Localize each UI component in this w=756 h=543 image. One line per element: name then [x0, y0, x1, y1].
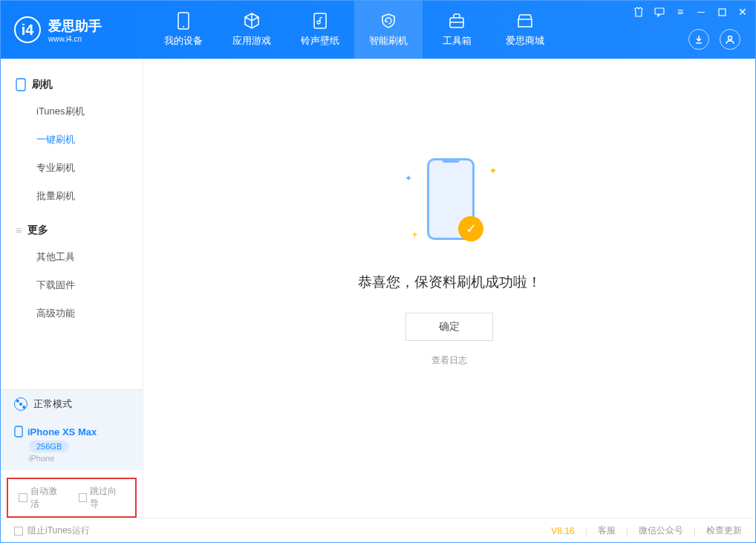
minimize-button[interactable]: ─ — [694, 5, 708, 19]
checkbox-icon — [79, 493, 88, 502]
device-type: iPhone — [29, 454, 129, 463]
checkbox-icon — [14, 527, 23, 536]
logo-area: i4 爱思助手 www.i4.cn — [1, 16, 149, 43]
tab-my-device[interactable]: 我的设备 — [149, 1, 218, 59]
mode-icon — [14, 397, 27, 411]
footer-link-support[interactable]: 客服 — [598, 524, 616, 537]
main-content: ✦ ✦ + ✓ 恭喜您，保资料刷机成功啦！ 确定 查看日志 — [143, 59, 755, 518]
svg-rect-8 — [16, 79, 25, 91]
device-icon — [16, 78, 26, 91]
tab-label: 智能刷机 — [369, 34, 408, 48]
shirt-icon[interactable] — [632, 5, 645, 19]
device-info-row[interactable]: iPhone XS Max 256GB iPhone — [1, 418, 143, 470]
ok-button[interactable]: 确定 — [405, 313, 493, 341]
footer-link-update[interactable]: 检查更新 — [706, 524, 742, 537]
refresh-shield-icon — [379, 12, 397, 30]
version-label: V8.16 — [551, 526, 574, 536]
footer-block-itunes[interactable]: 阻止iTunes运行 — [14, 524, 90, 537]
maximize-button[interactable] — [715, 5, 729, 19]
device-storage-badge: 256GB — [29, 440, 69, 452]
device-mode-label: 正常模式 — [33, 397, 72, 411]
phone-small-icon — [14, 426, 23, 438]
device-name: iPhone XS Max — [14, 426, 129, 438]
logo-icon: i4 — [14, 16, 41, 43]
svg-rect-9 — [15, 426, 22, 437]
svg-rect-6 — [719, 9, 726, 16]
sidebar: 刷机 iTunes刷机 一键刷机 专业刷机 批量刷机 ≡ 更多 其他工具 下载固… — [1, 59, 143, 518]
toolbox-icon — [448, 12, 466, 30]
sparkle-icon: + — [412, 230, 417, 240]
sidebar-item-itunes-flash[interactable]: iTunes刷机 — [1, 97, 143, 126]
phone-icon — [175, 12, 192, 30]
checkbox-icon — [19, 493, 27, 502]
close-button[interactable]: ✕ — [736, 5, 749, 19]
tab-ringtones[interactable]: 铃声壁纸 — [286, 1, 354, 59]
music-file-icon — [311, 12, 329, 30]
svg-rect-5 — [655, 8, 664, 14]
store-icon — [516, 12, 534, 30]
download-button[interactable] — [688, 29, 709, 50]
check-badge-icon: ✓ — [458, 216, 483, 241]
tab-label: 应用游戏 — [232, 34, 271, 48]
checkbox-skip-guide[interactable]: 跳过向导 — [79, 485, 126, 510]
sidebar-item-pro-flash[interactable]: 专业刷机 — [1, 154, 143, 182]
feedback-icon[interactable] — [653, 5, 666, 19]
svg-point-1 — [183, 26, 184, 27]
menu-lines-icon: ≡ — [16, 224, 22, 236]
tab-label: 我的设备 — [164, 34, 203, 48]
tab-flash[interactable]: 智能刷机 — [354, 1, 423, 59]
app-url: www.i4.cn — [48, 35, 102, 43]
tab-store[interactable]: 爱思商城 — [491, 1, 559, 59]
checkbox-highlight-row: 自动激活 跳过向导 — [7, 478, 137, 518]
sidebar-item-download-firmware[interactable]: 下载固件 — [1, 271, 143, 299]
footer-link-wechat[interactable]: 微信公众号 — [639, 524, 683, 537]
success-illustration: ✦ ✦ + ✓ — [390, 151, 509, 255]
checkbox-auto-activate[interactable]: 自动激活 — [19, 485, 65, 510]
sidebar-section-more: ≡ 更多 — [1, 218, 143, 243]
device-panel: 正常模式 iPhone XS Max 256GB iPhone 自动激活 跳过向… — [1, 389, 143, 518]
tab-label: 铃声壁纸 — [301, 34, 339, 48]
user-button[interactable] — [720, 29, 740, 50]
sidebar-item-oneclick-flash[interactable]: 一键刷机 — [1, 126, 143, 154]
window-controls: ≡ ─ ✕ — [632, 5, 749, 19]
tab-label: 爱思商城 — [506, 34, 544, 48]
sidebar-item-other-tools[interactable]: 其他工具 — [1, 243, 143, 271]
cube-icon — [243, 12, 261, 30]
body: 刷机 iTunes刷机 一键刷机 专业刷机 批量刷机 ≡ 更多 其他工具 下载固… — [1, 59, 755, 518]
view-log-link[interactable]: 查看日志 — [431, 354, 467, 367]
menu-icon[interactable]: ≡ — [674, 5, 687, 19]
tab-label: 工具箱 — [443, 34, 472, 48]
sparkle-icon: ✦ — [405, 173, 412, 183]
footer: 阻止iTunes运行 V8.16 | 客服 | 微信公众号 | 检查更新 — [1, 518, 755, 543]
sidebar-section-flash: 刷机 — [1, 72, 143, 97]
sparkle-icon: ✦ — [489, 166, 497, 176]
tab-toolbox[interactable]: 工具箱 — [423, 1, 491, 59]
header: i4 爱思助手 www.i4.cn 我的设备 应用游戏 铃声壁纸 智能刷机 工具… — [1, 1, 755, 59]
success-message: 恭喜您，保资料刷机成功啦！ — [358, 273, 541, 292]
svg-point-7 — [729, 36, 732, 40]
nav-tabs: 我的设备 应用游戏 铃声壁纸 智能刷机 工具箱 爱思商城 — [149, 1, 559, 59]
header-right — [688, 29, 740, 50]
sidebar-item-batch-flash[interactable]: 批量刷机 — [1, 182, 143, 210]
app-name: 爱思助手 — [48, 17, 102, 35]
sidebar-item-advanced[interactable]: 高级功能 — [1, 299, 143, 328]
tab-apps[interactable]: 应用游戏 — [218, 1, 286, 59]
device-mode-row[interactable]: 正常模式 — [1, 389, 143, 418]
